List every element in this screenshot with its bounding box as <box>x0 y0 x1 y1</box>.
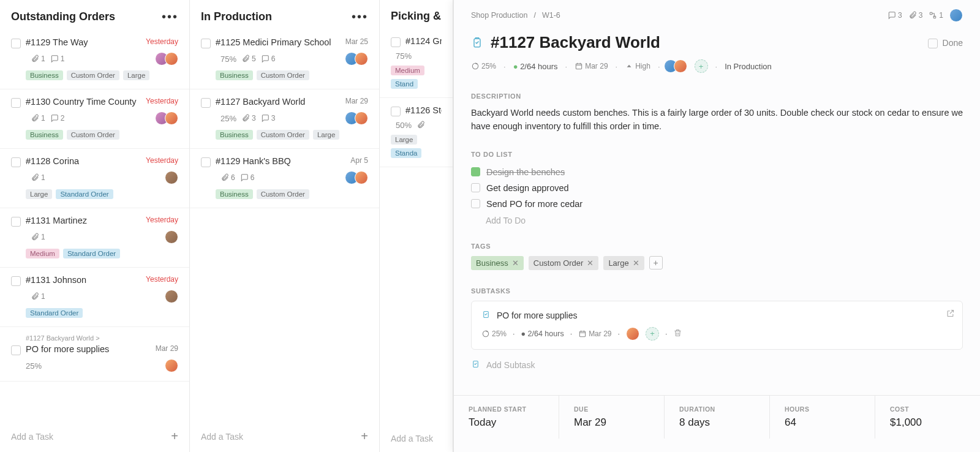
todo-checkbox[interactable] <box>471 183 480 192</box>
breadcrumb-item[interactable]: Shop Production <box>471 11 527 20</box>
tag-chip[interactable]: Large✕ <box>603 256 644 270</box>
add-assignee-button[interactable]: + <box>695 59 708 73</box>
assignee-avatars[interactable] <box>349 171 368 184</box>
svg-rect-0 <box>930 12 933 15</box>
todo-checkbox[interactable] <box>471 199 480 208</box>
tag-chip[interactable]: Business✕ <box>471 256 524 270</box>
attachment-icon: 1 <box>31 233 45 241</box>
task-checkbox[interactable] <box>201 157 211 167</box>
priority-chip[interactable]: High <box>625 62 650 70</box>
task-checkbox[interactable] <box>11 345 21 355</box>
assignee-avatars[interactable] <box>168 290 178 303</box>
comment-icon: 6 <box>240 173 255 182</box>
task-checkbox[interactable] <box>11 276 21 286</box>
add-task-button[interactable]: Add a Task <box>380 425 453 452</box>
assignee-avatars[interactable] <box>168 359 178 372</box>
task-checkbox[interactable] <box>11 217 21 227</box>
column-title: In Production <box>201 10 272 23</box>
assignee-avatars[interactable] <box>159 111 178 125</box>
trash-icon[interactable] <box>673 328 682 339</box>
task-checkbox[interactable] <box>391 37 401 47</box>
task-date: Yesterday <box>146 97 178 105</box>
task-card[interactable]: #1126 Stewa 50% LargeStanda <box>380 98 453 167</box>
tag: Custom Order <box>257 70 309 80</box>
external-link-icon[interactable] <box>946 309 955 320</box>
task-title: #1131 Johnson <box>26 275 141 285</box>
task-card[interactable]: #1131 Johnson Yesterday 1 Standard Order <box>0 268 189 327</box>
task-card[interactable]: #1128 Corina Yesterday 1 Large Standard … <box>0 149 189 208</box>
assignee-avatars[interactable] <box>159 52 178 66</box>
subtask-icon[interactable]: 1 <box>929 11 943 20</box>
task-card[interactable]: #1124 Greer 75% MediumStand <box>380 29 453 98</box>
footer-duration[interactable]: Duration8 days <box>665 396 770 439</box>
todo-item[interactable]: Send PO for more cedar <box>471 196 963 212</box>
task-title: #1127 Backyard World <box>216 97 341 107</box>
task-checkbox[interactable] <box>201 39 211 48</box>
tag-chip[interactable]: Custom Order✕ <box>529 256 599 270</box>
description-text[interactable]: Backyard World needs custom benches. Thi… <box>471 106 963 134</box>
progress-chip[interactable]: 25% <box>471 62 496 70</box>
footer-planned-start[interactable]: Planned StartToday <box>454 396 559 439</box>
comment-icon: 1 <box>50 55 65 63</box>
column-menu-icon[interactable]: ••• <box>162 10 178 24</box>
task-card[interactable]: #1127 Backyard WorldMar 29 25% 3 3 Busin… <box>190 89 379 149</box>
task-checkbox[interactable] <box>391 107 401 116</box>
add-subtask-button[interactable]: Add Subtask <box>471 356 963 374</box>
tag: Custom Order <box>257 130 309 140</box>
todo-label: To Do List <box>471 151 963 158</box>
task-date: Mar 29 <box>156 344 178 353</box>
footer-cost[interactable]: Cost$1,000 <box>875 396 980 439</box>
footer-hours[interactable]: Hours64 <box>770 396 875 439</box>
hours-chip: ● 2/64 hours <box>521 330 564 338</box>
task-date: Yesterday <box>146 216 178 224</box>
done-checkbox[interactable] <box>928 39 938 48</box>
todo-item[interactable]: Design the benches <box>471 164 963 180</box>
task-card[interactable]: #1131 Martinez Yesterday 1 Medium Standa… <box>0 208 189 268</box>
due-chip[interactable]: Mar 29 <box>575 62 608 70</box>
parent-task-link[interactable]: #1127 Backyard World > <box>26 334 178 342</box>
add-task-button[interactable]: Add a Task+ <box>190 421 379 452</box>
assignee-avatars[interactable] <box>349 52 368 66</box>
add-assignee-button[interactable]: + <box>646 327 659 341</box>
svg-rect-1 <box>933 16 936 18</box>
remove-tag-icon[interactable]: ✕ <box>512 258 519 268</box>
attachment-icon: 1 <box>31 55 45 63</box>
subtask-card[interactable]: PO for more supplies 25% · ● 2/64 hours … <box>471 301 963 350</box>
column-menu-icon[interactable]: ••• <box>352 10 368 24</box>
subtask-title: PO for more supplies <box>497 311 578 320</box>
breadcrumb-item[interactable]: W1-6 <box>542 11 560 20</box>
attachment-icon[interactable]: 3 <box>908 11 923 20</box>
comment-icon[interactable]: 3 <box>888 11 902 20</box>
avatar[interactable] <box>626 327 639 341</box>
remove-tag-icon[interactable]: ✕ <box>633 258 639 268</box>
assignee-avatars[interactable] <box>168 171 178 184</box>
footer-due[interactable]: DueMar 29 <box>559 396 665 439</box>
task-card[interactable]: #1129 The Way Yesterday 1 1 Business Cus… <box>0 30 189 89</box>
avatar[interactable] <box>949 9 963 22</box>
remove-tag-icon[interactable]: ✕ <box>587 258 594 268</box>
attachment-icon: 1 <box>31 114 45 122</box>
task-checkbox[interactable] <box>11 39 21 48</box>
assignee-avatars[interactable] <box>168 230 178 244</box>
attachment-icon: 1 <box>31 292 45 301</box>
attachment-icon: 6 <box>221 173 235 182</box>
add-tag-button[interactable]: + <box>649 256 663 269</box>
todo-item[interactable]: Get design approved <box>471 180 963 196</box>
tag: Standard Order <box>26 308 83 318</box>
task-checkbox[interactable] <box>11 98 21 108</box>
task-checkbox[interactable] <box>201 98 211 108</box>
assignee-avatars[interactable] <box>668 59 687 73</box>
status-chip[interactable]: In Production <box>725 62 772 71</box>
tag: Business <box>216 189 253 199</box>
task-card[interactable]: #1127 Backyard World > PO for more suppl… <box>0 327 189 382</box>
tag: Business <box>216 130 253 140</box>
task-card[interactable]: #1129 Hank's BBQApr 5 6 6 BusinessCustom… <box>190 149 379 208</box>
task-checkbox[interactable] <box>11 157 21 167</box>
task-card[interactable]: #1130 Country Time County Yesterday 1 2 … <box>0 89 189 149</box>
todo-checkbox[interactable] <box>471 167 480 176</box>
hours-chip[interactable]: ● 2/64 hours <box>513 62 558 71</box>
assignee-avatars[interactable] <box>349 111 368 125</box>
task-card[interactable]: #1125 Medici Primary SchoolMar 25 75% 5 … <box>190 30 379 89</box>
add-task-button[interactable]: Add a Task + <box>0 421 189 452</box>
add-todo-button[interactable]: Add To Do <box>471 212 963 225</box>
